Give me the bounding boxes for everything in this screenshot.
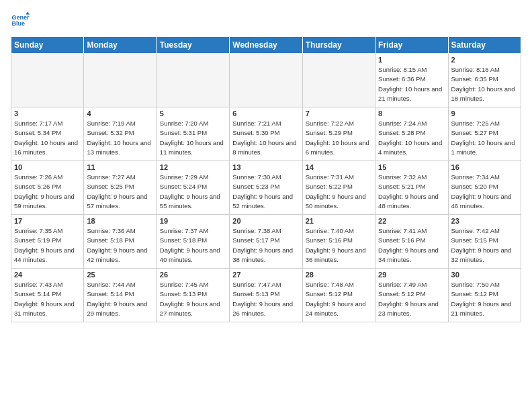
- header-sunday: Sunday: [11, 37, 84, 54]
- svg-text:Blue: Blue: [11, 20, 25, 27]
- day-number: 12: [160, 163, 226, 171]
- day-cell: 22Sunrise: 7:41 AMSunset: 5:16 PMDayligh…: [375, 215, 448, 269]
- day-cell: 3Sunrise: 7:17 AMSunset: 5:34 PMDaylight…: [11, 107, 84, 161]
- day-cell: [11, 54, 84, 107]
- day-cell: 1Sunrise: 8:15 AMSunset: 6:36 PMDaylight…: [375, 54, 448, 107]
- day-cell: 28Sunrise: 7:48 AMSunset: 5:12 PMDayligh…: [302, 269, 375, 322]
- week-row-2: 10Sunrise: 7:26 AMSunset: 5:26 PMDayligh…: [11, 161, 521, 215]
- day-cell: [302, 54, 375, 107]
- day-info: Sunrise: 7:17 AMSunset: 5:34 PMDaylight:…: [14, 119, 81, 157]
- day-cell: 14Sunrise: 7:31 AMSunset: 5:22 PMDayligh…: [302, 161, 375, 215]
- day-number: 23: [451, 217, 518, 225]
- day-number: 9: [451, 109, 518, 118]
- day-number: 29: [378, 271, 445, 279]
- day-info: Sunrise: 7:41 AMSunset: 5:16 PMDaylight:…: [378, 226, 445, 265]
- day-number: 16: [451, 163, 518, 171]
- day-cell: 10Sunrise: 7:26 AMSunset: 5:26 PMDayligh…: [11, 161, 84, 215]
- day-info: Sunrise: 7:27 AMSunset: 5:25 PMDaylight:…: [87, 173, 153, 211]
- day-info: Sunrise: 7:36 AMSunset: 5:18 PMDaylight:…: [87, 226, 153, 265]
- day-cell: 19Sunrise: 7:37 AMSunset: 5:18 PMDayligh…: [157, 215, 229, 269]
- day-cell: 20Sunrise: 7:38 AMSunset: 5:17 PMDayligh…: [230, 215, 302, 269]
- day-cell: 21Sunrise: 7:40 AMSunset: 5:16 PMDayligh…: [302, 215, 375, 269]
- day-cell: 13Sunrise: 7:30 AMSunset: 5:23 PMDayligh…: [230, 161, 302, 215]
- day-number: 22: [378, 217, 445, 225]
- day-info: Sunrise: 7:32 AMSunset: 5:21 PMDaylight:…: [378, 173, 445, 211]
- day-number: 19: [160, 217, 226, 225]
- page-header: General Blue: [11, 11, 521, 30]
- day-info: Sunrise: 7:44 AMSunset: 5:14 PMDaylight:…: [87, 280, 153, 318]
- week-row-3: 17Sunrise: 7:35 AMSunset: 5:19 PMDayligh…: [11, 215, 521, 269]
- day-number: 13: [232, 163, 299, 171]
- day-cell: 27Sunrise: 7:47 AMSunset: 5:13 PMDayligh…: [230, 269, 302, 322]
- day-info: Sunrise: 7:35 AMSunset: 5:19 PMDaylight:…: [14, 226, 81, 265]
- day-number: 8: [378, 109, 445, 118]
- day-cell: 9Sunrise: 7:25 AMSunset: 5:27 PMDaylight…: [448, 107, 521, 161]
- day-info: Sunrise: 8:16 AMSunset: 6:35 PMDaylight:…: [451, 65, 518, 103]
- day-info: Sunrise: 7:24 AMSunset: 5:28 PMDaylight:…: [378, 119, 445, 157]
- day-info: Sunrise: 7:43 AMSunset: 5:14 PMDaylight:…: [14, 280, 81, 318]
- day-number: 24: [14, 271, 81, 279]
- day-info: Sunrise: 7:21 AMSunset: 5:30 PMDaylight:…: [232, 119, 299, 157]
- day-number: 10: [14, 163, 81, 171]
- day-cell: 26Sunrise: 7:45 AMSunset: 5:13 PMDayligh…: [157, 269, 229, 322]
- day-number: 6: [232, 109, 299, 118]
- day-cell: 7Sunrise: 7:22 AMSunset: 5:29 PMDaylight…: [302, 107, 375, 161]
- day-cell: 12Sunrise: 7:29 AMSunset: 5:24 PMDayligh…: [157, 161, 229, 215]
- day-cell: 15Sunrise: 7:32 AMSunset: 5:21 PMDayligh…: [375, 161, 448, 215]
- day-info: Sunrise: 7:40 AMSunset: 5:16 PMDaylight:…: [306, 226, 372, 265]
- day-info: Sunrise: 7:26 AMSunset: 5:26 PMDaylight:…: [14, 173, 81, 211]
- day-number: 4: [87, 109, 153, 118]
- week-row-0: 1Sunrise: 8:15 AMSunset: 6:36 PMDaylight…: [11, 54, 521, 107]
- day-info: Sunrise: 7:29 AMSunset: 5:24 PMDaylight:…: [160, 173, 226, 211]
- day-number: 28: [306, 271, 372, 279]
- day-info: Sunrise: 8:15 AMSunset: 6:36 PMDaylight:…: [378, 65, 445, 103]
- day-info: Sunrise: 7:37 AMSunset: 5:18 PMDaylight:…: [160, 226, 226, 265]
- day-number: 15: [378, 163, 445, 171]
- day-info: Sunrise: 7:19 AMSunset: 5:32 PMDaylight:…: [87, 119, 153, 157]
- day-info: Sunrise: 7:20 AMSunset: 5:31 PMDaylight:…: [160, 119, 226, 157]
- day-cell: 29Sunrise: 7:49 AMSunset: 5:12 PMDayligh…: [375, 269, 448, 322]
- header-row: SundayMondayTuesdayWednesdayThursdayFrid…: [11, 37, 521, 54]
- day-number: 2: [451, 56, 518, 64]
- day-number: 14: [306, 163, 372, 171]
- day-number: 17: [14, 217, 81, 225]
- day-number: 21: [306, 217, 372, 225]
- day-cell: 30Sunrise: 7:50 AMSunset: 5:12 PMDayligh…: [448, 269, 521, 322]
- day-cell: 24Sunrise: 7:43 AMSunset: 5:14 PMDayligh…: [11, 269, 84, 322]
- day-cell: 8Sunrise: 7:24 AMSunset: 5:28 PMDaylight…: [375, 107, 448, 161]
- calendar-table: SundayMondayTuesdayWednesdayThursdayFrid…: [11, 36, 521, 322]
- day-cell: 18Sunrise: 7:36 AMSunset: 5:18 PMDayligh…: [84, 215, 157, 269]
- day-cell: 11Sunrise: 7:27 AMSunset: 5:25 PMDayligh…: [84, 161, 157, 215]
- day-number: 7: [306, 109, 372, 118]
- day-number: 18: [87, 217, 153, 225]
- logo-icon: General Blue: [11, 11, 30, 30]
- day-info: Sunrise: 7:38 AMSunset: 5:17 PMDaylight:…: [232, 226, 299, 265]
- day-cell: 23Sunrise: 7:42 AMSunset: 5:15 PMDayligh…: [448, 215, 521, 269]
- day-info: Sunrise: 7:49 AMSunset: 5:12 PMDaylight:…: [378, 280, 445, 318]
- day-number: 1: [378, 56, 445, 64]
- day-info: Sunrise: 7:31 AMSunset: 5:22 PMDaylight:…: [306, 173, 372, 211]
- header-tuesday: Tuesday: [157, 37, 229, 54]
- day-cell: [230, 54, 302, 107]
- header-saturday: Saturday: [448, 37, 521, 54]
- day-number: 30: [451, 271, 518, 279]
- day-number: 26: [160, 271, 226, 279]
- day-cell: 4Sunrise: 7:19 AMSunset: 5:32 PMDaylight…: [84, 107, 157, 161]
- day-number: 3: [14, 109, 81, 118]
- day-number: 27: [232, 271, 299, 279]
- day-info: Sunrise: 7:34 AMSunset: 5:20 PMDaylight:…: [451, 173, 518, 211]
- day-cell: 25Sunrise: 7:44 AMSunset: 5:14 PMDayligh…: [84, 269, 157, 322]
- day-cell: 17Sunrise: 7:35 AMSunset: 5:19 PMDayligh…: [11, 215, 84, 269]
- day-info: Sunrise: 7:50 AMSunset: 5:12 PMDaylight:…: [451, 280, 518, 318]
- day-number: 20: [232, 217, 299, 225]
- header-monday: Monday: [84, 37, 157, 54]
- day-cell: 16Sunrise: 7:34 AMSunset: 5:20 PMDayligh…: [448, 161, 521, 215]
- day-info: Sunrise: 7:48 AMSunset: 5:12 PMDaylight:…: [306, 280, 372, 318]
- day-cell: 6Sunrise: 7:21 AMSunset: 5:30 PMDaylight…: [230, 107, 302, 161]
- week-row-4: 24Sunrise: 7:43 AMSunset: 5:14 PMDayligh…: [11, 269, 521, 322]
- day-info: Sunrise: 7:22 AMSunset: 5:29 PMDaylight:…: [306, 119, 372, 157]
- day-info: Sunrise: 7:25 AMSunset: 5:27 PMDaylight:…: [451, 119, 518, 157]
- day-info: Sunrise: 7:30 AMSunset: 5:23 PMDaylight:…: [232, 173, 299, 211]
- day-info: Sunrise: 7:45 AMSunset: 5:13 PMDaylight:…: [160, 280, 226, 318]
- day-cell: [157, 54, 229, 107]
